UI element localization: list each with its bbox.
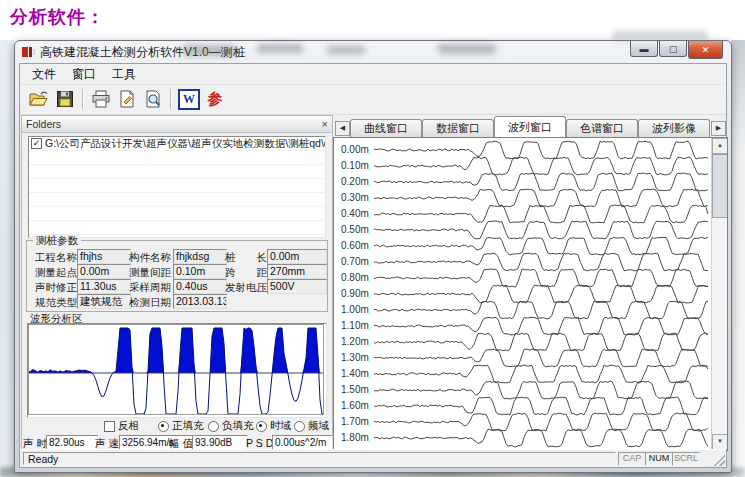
close-button[interactable]: ✕ xyxy=(688,41,723,59)
open-file-button[interactable] xyxy=(26,87,52,111)
readout-value-field[interactable]: 82.90us xyxy=(46,435,98,450)
folder-item[interactable]: ✓G:\公司产品设计开发\超声仪器\超声仪实地检测数据\测桩qd\qd03\qd… xyxy=(29,137,325,151)
depth-label: 0.70m xyxy=(341,256,373,267)
maximize-button[interactable]: ▢ xyxy=(659,41,687,57)
vertical-scrollbar[interactable]: ▲ ▼ xyxy=(711,138,727,450)
param-value-field[interactable]: 270mm xyxy=(267,264,327,279)
param-value-field[interactable]: 0.40us xyxy=(173,279,227,294)
print-preview-button[interactable] xyxy=(140,87,166,111)
list-row xyxy=(29,207,325,221)
desktop-background-right xyxy=(731,40,745,477)
param-value-field[interactable]: 11.30us xyxy=(77,279,131,294)
param-value-field[interactable]: fhjhs xyxy=(77,249,131,264)
param-value-field[interactable]: 0.00m xyxy=(267,249,327,264)
domain-radio-频域[interactable]: 频域 xyxy=(294,419,329,433)
invert-checkbox[interactable] xyxy=(104,421,115,432)
export-word-button[interactable]: W xyxy=(176,87,202,111)
folders-caption[interactable]: Folders × xyxy=(22,116,332,133)
wave-list-view[interactable]: 0.00m0.10m0.20m0.30m0.40m0.50m0.60m0.70m… xyxy=(333,137,728,451)
param-value-field[interactable]: 0.00m xyxy=(77,264,131,279)
depth-label: 1.60m xyxy=(341,400,373,411)
blurred-text xyxy=(438,44,496,54)
depth-label: 1.40m xyxy=(341,368,373,379)
desktop-background-left xyxy=(0,40,14,477)
list-row xyxy=(29,193,325,207)
tab-波列窗口[interactable]: 波列窗口 xyxy=(494,116,566,137)
menu-item-1[interactable]: 窗口 xyxy=(64,64,104,85)
depth-label: 0.20m xyxy=(341,176,373,187)
depth-label: 0.90m xyxy=(341,288,373,299)
depth-label: 1.70m xyxy=(341,416,373,427)
toolbar-separator xyxy=(82,89,84,109)
scroll-up-icon[interactable]: ▲ xyxy=(712,138,728,154)
param-label: 声时修正 xyxy=(35,281,77,295)
menu-item-0[interactable]: 文件 xyxy=(24,64,64,85)
page-title: 分析软件： xyxy=(10,5,105,29)
depth-label: 0.60m xyxy=(341,240,373,251)
scrollbar-thumb[interactable] xyxy=(712,154,728,218)
tab-scroll-left-icon[interactable]: ◀ xyxy=(335,121,350,136)
depth-label: 0.00m xyxy=(341,144,373,155)
checkbox-checked-icon[interactable]: ✓ xyxy=(31,138,42,149)
tab-波列影像[interactable]: 波列影像 xyxy=(638,119,710,137)
list-row xyxy=(29,165,325,179)
depth-label: 0.80m xyxy=(341,272,373,283)
wave-analysis-plot[interactable] xyxy=(27,323,327,418)
blurred-text xyxy=(327,46,365,54)
resize-grip[interactable] xyxy=(712,453,725,466)
panel-close-icon[interactable]: × xyxy=(322,119,328,129)
invert-option[interactable]: 反相 xyxy=(104,419,139,433)
param-value-field[interactable]: fhjkdsg xyxy=(173,249,227,264)
status-bar: Ready CAPNUMSCRL xyxy=(20,449,726,467)
save-button[interactable] xyxy=(52,87,78,111)
word-icon: W xyxy=(178,89,200,110)
fill-radio-正填充[interactable]: 正填充 xyxy=(158,419,204,433)
fill-radio-负填充[interactable]: 负填充 xyxy=(208,419,254,433)
title-bar[interactable]: 高铁建混凝土检测分析软件V1.0—测桩 ▬ ▢ ✕ xyxy=(15,41,731,63)
wave-traces xyxy=(374,138,710,450)
folder-item-path: G:\公司产品设计开发\超声仪器\超声仪实地检测数据\测桩qd\qd03\qd0… xyxy=(45,137,325,151)
radio-label: 正填充 xyxy=(172,419,204,433)
tab-色谱窗口[interactable]: 色谱窗口 xyxy=(566,119,638,137)
tab-曲线窗口[interactable]: 曲线窗口 xyxy=(350,119,422,137)
radio-icon[interactable] xyxy=(256,421,267,432)
depth-label: 1.50m xyxy=(341,384,373,395)
radio-label: 时域 xyxy=(270,419,291,433)
param-value-field[interactable]: 2013.03.13 xyxy=(173,294,227,309)
param-label: 测量间距 xyxy=(129,266,171,280)
depth-label: 1.10m xyxy=(341,320,373,331)
tab-数据窗口[interactable]: 数据窗口 xyxy=(422,119,494,137)
app-window: 高铁建混凝土检测分析软件V1.0—测桩 ▬ ▢ ✕ 文件窗口工具 xyxy=(14,40,732,473)
param-label: 桩 长 xyxy=(225,251,267,265)
wave-list-panel: ◀ 曲线窗口数据窗口波列窗口色谱窗口波列影像 ▶ 0.00m0.10m0.20m… xyxy=(333,115,728,451)
status-indicator-cap: CAP xyxy=(618,452,646,466)
pile-params-title: 测桩参数 xyxy=(33,234,81,248)
radio-icon[interactable] xyxy=(294,421,305,432)
readout-value-field[interactable]: 0.00us^2/m xyxy=(272,435,333,450)
scroll-down-icon[interactable]: ▼ xyxy=(712,434,728,450)
domain-radio-时域[interactable]: 时域 xyxy=(256,419,291,433)
depth-label: 0.10m xyxy=(341,160,373,171)
readout-value-field[interactable]: 93.90dB xyxy=(192,435,248,450)
param-value-field[interactable]: 500V xyxy=(267,279,327,294)
list-row xyxy=(29,221,325,235)
tab-scroll-right-icon[interactable]: ▶ xyxy=(711,121,726,136)
depth-label: 1.80m xyxy=(341,432,373,443)
folders-title: Folders xyxy=(26,118,61,130)
depth-label: 1.20m xyxy=(341,336,373,347)
param-value-field[interactable]: 0.10m xyxy=(173,264,227,279)
param-char-icon: 参 xyxy=(208,90,223,109)
param-label: 规范类型 xyxy=(35,296,77,310)
radio-icon[interactable] xyxy=(158,421,169,432)
analysis-controls: 反相正填充负填充时域频域 xyxy=(22,419,332,433)
parameter-button[interactable]: 参 xyxy=(202,87,228,111)
param-value-field[interactable]: 建筑规范 xyxy=(77,294,131,309)
folders-list[interactable]: ✓G:\公司产品设计开发\超声仪器\超声仪实地检测数据\测桩qd\qd03\qd… xyxy=(28,136,326,238)
minimize-button[interactable]: ▬ xyxy=(630,41,658,57)
radio-icon[interactable] xyxy=(208,421,219,432)
page-setup-button[interactable] xyxy=(114,87,140,111)
depth-label: 1.00m xyxy=(341,304,373,315)
param-label: 发射电压 xyxy=(225,281,267,295)
print-button[interactable] xyxy=(88,87,114,111)
menu-item-2[interactable]: 工具 xyxy=(104,64,144,85)
